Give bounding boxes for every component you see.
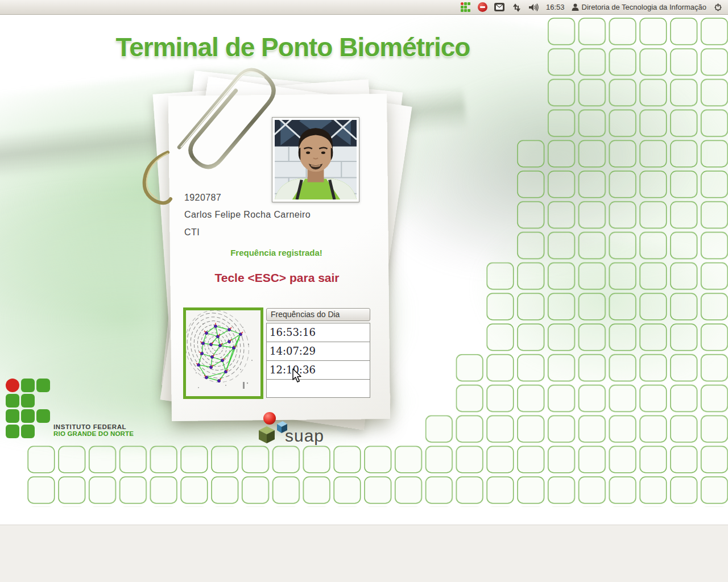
suap-logo-text: suap [285,429,324,443]
exit-hint: Tecle <ESC> para sair [183,271,371,285]
employee-name: Carlos Felipe Rocha Carneiro [184,210,311,220]
institute-region: RIO GRANDE DO NORTE [53,430,134,437]
employee-sector: CTI [184,227,200,238]
footer-strip [0,525,728,582]
clock[interactable]: 16:53 [546,3,565,11]
frequencies-header: Frequências do Dia [266,308,370,321]
session-label: Diretoria de Tecnologia da Informação [582,3,706,11]
frequency-row[interactable]: 14:07:29 [267,342,370,361]
page-title: Terminal de Ponto Biométrico [68,32,518,63]
frequency-row[interactable]: 16:53:16 [267,323,370,342]
person-icon [572,3,579,11]
top-panel: 16:53 Diretoria de Tecnologia da Informa… [0,0,728,15]
frequency-row-empty[interactable] [267,380,370,397]
status-message: Frequência registrada! [188,248,365,257]
employee-id: 1920787 [184,193,221,203]
do-not-disturb-icon[interactable] [477,2,488,13]
employee-photo [272,117,359,202]
ifrn-logo: INSTITUTO FEDERAL RIO GRANDE DO NORTE [6,379,134,438]
ifrn-grid-icon[interactable] [460,2,471,13]
mail-envelope-icon[interactable] [494,2,505,13]
frequency-row[interactable]: 12:10:36 [267,361,370,380]
screen: 16:53 Diretoria de Tecnologia da Informa… [0,0,728,582]
mouse-cursor [292,368,303,383]
suap-logo: suap [254,411,324,443]
frequencies-body: 16:53:16 14:07:29 12:10:36 [266,323,370,398]
suap-cubes-icon [254,411,288,443]
fingerprint-display [183,307,263,399]
up-down-arrows-icon[interactable] [511,2,522,13]
institute-name: INSTITUTO FEDERAL [53,423,134,430]
ifrn-grid-mark [6,379,50,438]
frequencies-table: Frequências do Dia 16:53:16 14:07:29 12:… [266,308,370,398]
speaker-icon[interactable] [528,2,539,13]
power-gear-icon[interactable] [712,2,723,13]
session-menu[interactable]: Diretoria de Tecnologia da Informação [572,3,706,11]
smoke-texture [457,221,728,405]
